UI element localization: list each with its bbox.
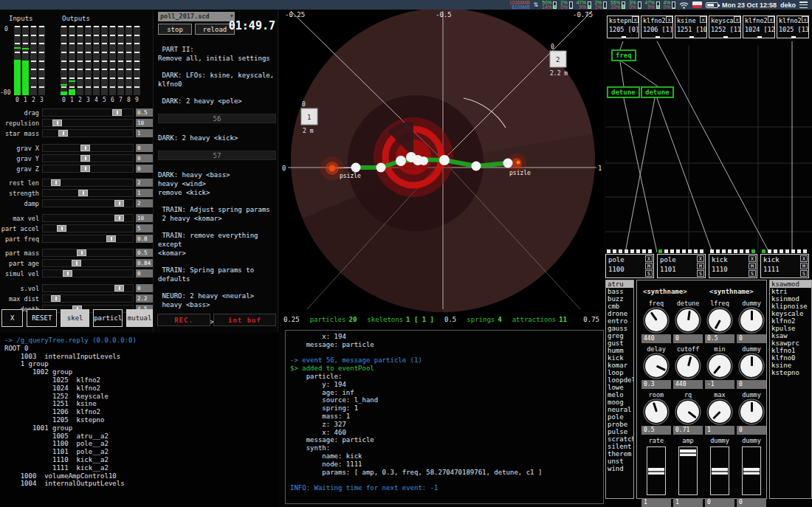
bus-port[interactable]	[700, 249, 703, 253]
param-tag-freq[interactable]: freq	[611, 49, 636, 61]
list-item-ksine[interactable]: ksine	[770, 362, 811, 369]
list-item-klfno1[interactable]: klfno1	[770, 347, 811, 354]
bus-port[interactable]	[740, 249, 743, 253]
bus-port[interactable]	[625, 249, 628, 253]
bus-button-s[interactable]: S	[697, 270, 704, 277]
query-tree-terminal[interactable]: -> /g_queryTree.reply (0.0.0.0:0)ROOT 0 …	[0, 333, 279, 507]
bus-port[interactable]	[734, 249, 737, 253]
slider-handle[interactable]	[106, 235, 116, 242]
fader-handle[interactable]	[648, 468, 664, 475]
list-item-kpulse[interactable]: kpulse	[770, 325, 811, 332]
wifi-icon[interactable]	[679, 1, 689, 9]
bus-port[interactable]	[630, 249, 634, 253]
bus-box-pole-1100[interactable]: pole1100XMS	[605, 254, 654, 278]
close-icon[interactable]: x	[802, 16, 808, 23]
bus-button-x[interactable]: X	[800, 255, 808, 262]
list-item-drone[interactable]: drone	[606, 310, 633, 317]
list-item-komar[interactable]: komar	[606, 362, 633, 369]
slider-track[interactable]	[42, 199, 134, 207]
slider-handle[interactable]	[80, 165, 90, 172]
bus-port[interactable]	[688, 249, 692, 253]
list-item-ksawprc[interactable]: ksawprc	[770, 339, 811, 347]
slider-track[interactable]	[42, 179, 134, 187]
menubar-clock[interactable]: Mon 23 Oct 12:58	[722, 1, 777, 9]
particle-visualization[interactable]: 131:-21	[279, 10, 604, 332]
slider-handle[interactable]	[80, 155, 90, 162]
fader-track[interactable]	[710, 446, 729, 495]
slider-handle[interactable]	[63, 270, 72, 277]
node-box-klfno2[interactable]: klfno21025 [13]x	[777, 15, 809, 38]
slider-track[interactable]	[42, 284, 134, 292]
close-icon[interactable]: x	[734, 16, 740, 23]
bus-port[interactable]	[613, 249, 616, 253]
bus-port[interactable]	[716, 249, 720, 253]
bus-port[interactable]	[791, 249, 795, 253]
slider-track[interactable]	[42, 108, 134, 117]
bus-box-kick-1110[interactable]: kick1110XMS	[709, 254, 757, 278]
list-item-probe[interactable]: probe	[606, 421, 633, 428]
node-box-kstepno[interactable]: kstepno1205 [0]x	[607, 15, 639, 38]
mode-button-mutual[interactable]: mutual	[126, 309, 153, 327]
bus-port[interactable]	[619, 249, 622, 253]
knob-dial[interactable]	[740, 309, 763, 331]
slider-track[interactable]	[42, 235, 134, 243]
bus-port[interactable]	[803, 249, 807, 253]
bus-button-m[interactable]: M	[800, 263, 808, 269]
knob-dial[interactable]	[709, 309, 731, 331]
list-item-ksaw[interactable]: ksaw	[770, 332, 811, 339]
node-output-port[interactable]	[757, 36, 762, 38]
record-button[interactable]: REC.	[157, 314, 210, 326]
slider-handle[interactable]	[51, 295, 61, 302]
bus-port[interactable]	[722, 249, 726, 253]
synth-list[interactable]: atrubassbuzzcmbdroneentrogaussgreggusthu…	[605, 280, 634, 499]
bus-port[interactable]	[710, 249, 714, 253]
bus-port[interactable]	[664, 249, 668, 253]
list-item-loopdel[interactable]: loopdel	[606, 376, 633, 384]
list-item-lowe[interactable]: lowe	[606, 384, 633, 391]
bus-port[interactable]	[694, 249, 698, 253]
bus-button-s[interactable]: S	[645, 270, 653, 277]
knob-dial[interactable]	[709, 355, 731, 377]
list-item-scratch[interactable]: scratch	[606, 435, 633, 443]
bus-port[interactable]	[670, 249, 674, 253]
list-item-unst[interactable]: unst	[606, 458, 633, 465]
list-item-neural[interactable]: neural	[606, 406, 633, 413]
slider-track[interactable]	[42, 119, 134, 127]
bus-button-x[interactable]: X	[645, 255, 653, 262]
bus-box-pole-1101[interactable]: pole1101XMS	[657, 254, 706, 278]
close-icon[interactable]: x	[768, 16, 774, 23]
slider-track[interactable]	[42, 189, 134, 197]
list-item-cmb[interactable]: cmb	[606, 303, 633, 310]
list-item-humm[interactable]: humm	[606, 347, 633, 354]
slider-track[interactable]	[42, 269, 134, 277]
bus-port[interactable]	[751, 249, 755, 253]
list-item-atru[interactable]: atru	[606, 280, 633, 288]
slider-track[interactable]	[42, 129, 134, 137]
list-item-loop[interactable]: loop	[606, 369, 633, 376]
slider-track[interactable]	[42, 224, 134, 232]
slider-handle[interactable]	[112, 109, 122, 116]
bus-port[interactable]	[648, 249, 652, 253]
bus-port[interactable]	[676, 249, 680, 253]
list-item-kstepno[interactable]: kstepno	[770, 369, 811, 376]
slider-track[interactable]	[42, 259, 134, 267]
param-tag-detune[interactable]: detune	[607, 86, 640, 98]
bus-button-s[interactable]: S	[800, 270, 808, 277]
slider-handle[interactable]	[52, 120, 62, 126]
fader-track[interactable]	[678, 446, 698, 495]
knob-dial[interactable]	[677, 401, 699, 423]
list-item-therem[interactable]: therem	[606, 450, 633, 458]
node-output-port[interactable]	[723, 36, 728, 38]
bus-port[interactable]	[636, 249, 640, 253]
bus-port[interactable]	[780, 249, 783, 253]
bus-button-m[interactable]: M	[697, 263, 704, 269]
list-item-ksawmod[interactable]: ksawmod	[770, 280, 811, 288]
score-file-dropdown[interactable]: poll_2017.scd ▼	[158, 12, 235, 21]
bus-port[interactable]	[785, 249, 789, 253]
knob-dial[interactable]	[709, 401, 731, 423]
mode-button-reset[interactable]: RESET	[27, 309, 57, 327]
mode-button-skel[interactable]: skel	[61, 309, 89, 327]
slider-handle[interactable]	[58, 130, 68, 137]
slider-handle[interactable]	[77, 249, 86, 256]
node-output-port[interactable]	[791, 36, 796, 38]
